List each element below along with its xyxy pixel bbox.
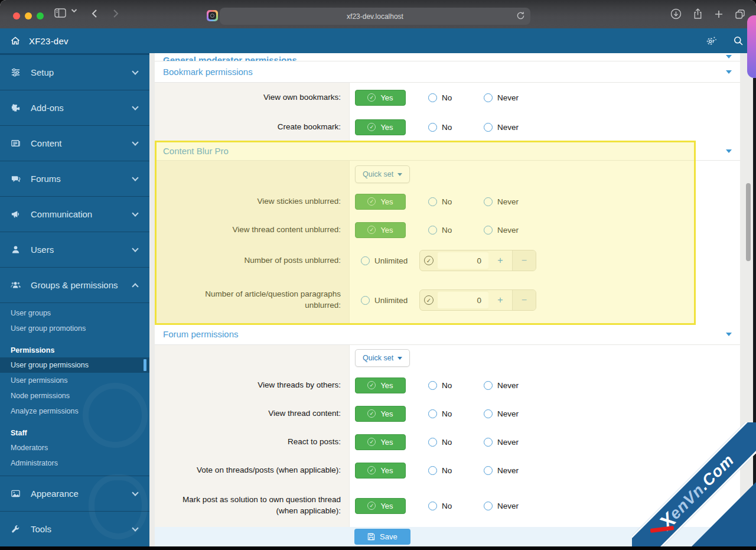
- never-label: Never: [497, 438, 519, 447]
- increment-button[interactable]: +: [488, 289, 512, 311]
- url-text: xf23-dev.localhost: [347, 12, 403, 21]
- unlimited-option[interactable]: Unlimited: [361, 296, 419, 305]
- save-button[interactable]: Save: [354, 529, 410, 545]
- sidebar-item-communication[interactable]: Communication: [0, 197, 149, 232]
- check-circle-icon: ✓: [367, 438, 376, 446]
- sidebar-item-setup[interactable]: Setup: [0, 55, 149, 90]
- permission-never-option[interactable]: Never: [484, 197, 539, 206]
- tabs-overview-icon[interactable]: [735, 9, 745, 19]
- share-icon[interactable]: [693, 8, 703, 19]
- minimize-window-button[interactable]: [25, 12, 32, 19]
- search-icon[interactable]: [733, 35, 744, 46]
- permission-yes-button[interactable]: ✓Yes: [355, 90, 406, 106]
- sidebar-item-users[interactable]: Users: [0, 232, 149, 268]
- save-label: Save: [380, 532, 397, 541]
- home-icon[interactable]: [10, 35, 21, 46]
- sidebar-group-heading-permissions: Permissions: [0, 343, 149, 357]
- radio-icon: [484, 197, 493, 206]
- permission-yes-button[interactable]: ✓Yes: [355, 377, 406, 393]
- never-label: Never: [497, 197, 519, 206]
- sidebar-item-appearance[interactable]: Appearance: [0, 476, 149, 512]
- number-spinner[interactable]: ✓0+−: [419, 289, 536, 311]
- sidebar-item-content[interactable]: Content: [0, 126, 149, 161]
- scrollbar-thumb[interactable]: [746, 183, 751, 261]
- number-input[interactable]: 0: [438, 292, 488, 308]
- number-spinner[interactable]: ✓0+−: [419, 250, 536, 271]
- permission-never-option[interactable]: Never: [484, 226, 539, 235]
- decrement-button[interactable]: −: [512, 289, 536, 311]
- quick-set-button[interactable]: Quick set: [355, 349, 410, 367]
- section-header-general-moderator-permissions[interactable]: General moderator permissions: [155, 53, 740, 61]
- permission-no-option[interactable]: No: [428, 409, 484, 418]
- number-input[interactable]: 0: [438, 252, 488, 269]
- close-window-button[interactable]: [13, 12, 20, 19]
- row-controls: ✓YesNoNever: [350, 484, 740, 527]
- desktop-wallpaper-blob: [747, 15, 756, 78]
- sidebar-subitem-user-permissions[interactable]: User permissions: [0, 373, 149, 388]
- sidebar-subitem-user-group-promotions[interactable]: User group promotions: [0, 321, 149, 336]
- permission-yes-button[interactable]: ✓Yes: [355, 406, 406, 422]
- sidebar-item-tools[interactable]: Tools: [0, 512, 149, 546]
- browser-actions: [670, 8, 745, 19]
- sidebar-subitem-moderators[interactable]: Moderators: [0, 440, 149, 455]
- permission-no-option[interactable]: No: [428, 466, 484, 475]
- settings-gear-icon[interactable]: [705, 35, 717, 47]
- permission-no-option[interactable]: No: [428, 381, 484, 390]
- site-title[interactable]: XF23-dev: [29, 36, 69, 46]
- permission-never-option[interactable]: Never: [484, 409, 539, 418]
- permission-yes-button[interactable]: ✓Yes: [355, 119, 406, 135]
- permission-never-option[interactable]: Never: [484, 381, 539, 390]
- permission-no-option[interactable]: No: [428, 226, 484, 235]
- permission-yes-button[interactable]: ✓Yes: [355, 434, 406, 450]
- permission-never-option[interactable]: Never: [484, 93, 539, 102]
- sidebar-item-add-ons[interactable]: Add-ons: [0, 90, 149, 126]
- sidebar-subitem-node-permissions[interactable]: Node permissions: [0, 388, 149, 403]
- sidebar-subitem-analyze-permissions[interactable]: Analyze permissions: [0, 403, 149, 419]
- permission-no-option[interactable]: No: [428, 197, 484, 206]
- sidebar-subitem-user-groups[interactable]: User groups: [0, 305, 149, 321]
- chevron-down-icon[interactable]: [71, 8, 77, 13]
- permission-row: View thread content:✓YesNoNever: [155, 399, 740, 428]
- sidebar-item-forums[interactable]: Forums: [0, 161, 149, 197]
- section-general-moderator-permissions: General moderator permissions: [155, 53, 740, 61]
- back-icon[interactable]: [90, 8, 100, 19]
- zoom-window-button[interactable]: [37, 12, 44, 19]
- permission-never-option[interactable]: Never: [484, 466, 539, 475]
- permission-no-option[interactable]: No: [428, 438, 484, 447]
- radio-icon: [428, 409, 437, 418]
- permission-never-option[interactable]: Never: [484, 123, 539, 132]
- decrement-button[interactable]: −: [512, 250, 536, 271]
- permission-yes-button[interactable]: ✓Yes: [355, 194, 406, 210]
- unlimited-option[interactable]: Unlimited: [361, 256, 419, 265]
- sidebar-subitem-administrators[interactable]: Administrators: [0, 455, 149, 471]
- radio-icon: [361, 296, 370, 305]
- chevron-down-icon: [132, 174, 138, 181]
- permission-yes-button[interactable]: ✓Yes: [355, 498, 406, 514]
- window-right-edge: [753, 78, 756, 550]
- new-tab-icon[interactable]: [714, 9, 724, 19]
- sidebar-toggle-icon[interactable]: [54, 8, 66, 18]
- download-icon[interactable]: [670, 8, 682, 19]
- permission-label: Vote on threads/posts (when applicable):: [155, 456, 350, 484]
- forward-icon[interactable]: [110, 8, 120, 19]
- chevron-down-icon: [132, 525, 138, 531]
- sidebar-subitem-user-group-permissions[interactable]: User group permissions: [0, 357, 149, 373]
- section-header-forum-permissions[interactable]: Forum permissions: [155, 324, 740, 345]
- sidebar-submenu: User groupsUser group promotionsPermissi…: [0, 303, 149, 476]
- chevron-down-icon: [726, 55, 732, 58]
- permission-no-option[interactable]: No: [428, 123, 484, 132]
- address-bar[interactable]: xf23-dev.localhost: [220, 8, 530, 25]
- permission-never-option[interactable]: Never: [484, 502, 539, 510]
- increment-button[interactable]: +: [488, 250, 512, 271]
- permission-never-option[interactable]: Never: [484, 438, 539, 447]
- sidebar-item-groups-permissions[interactable]: Groups & permissions: [0, 268, 149, 303]
- permission-no-option[interactable]: No: [428, 93, 484, 102]
- sidebar-item-label: Tools: [31, 524, 51, 534]
- section-header-bookmark-permissions[interactable]: Bookmark permissions: [155, 61, 740, 83]
- permission-yes-button[interactable]: ✓Yes: [355, 222, 406, 238]
- permission-no-option[interactable]: No: [428, 502, 484, 510]
- reload-icon[interactable]: [516, 11, 525, 20]
- quick-set-button[interactable]: Quick set: [355, 165, 410, 183]
- permission-yes-button[interactable]: ✓Yes: [355, 463, 406, 479]
- section-header-content-blur-pro[interactable]: Content Blur Pro: [155, 142, 740, 161]
